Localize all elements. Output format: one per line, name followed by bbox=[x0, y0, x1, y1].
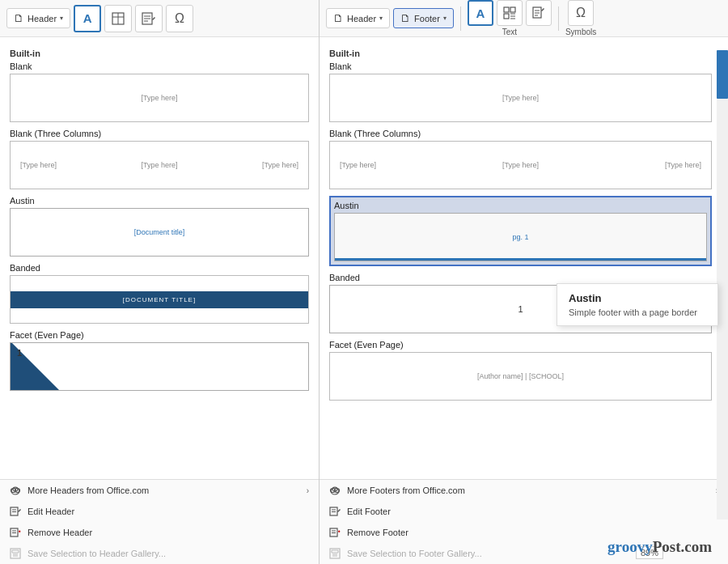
template-three-col-right[interactable]: Blank (Three Columns) [Type here] [Type … bbox=[329, 129, 712, 189]
quick-parts-icon bbox=[503, 6, 516, 19]
left-gallery[interactable]: Built-in Blank [Type here] Blank (Three … bbox=[0, 37, 319, 479]
left-toolbar: 🗋 Header ▾ A Ω bbox=[0, 0, 319, 37]
logo-groovy: groovy bbox=[607, 538, 653, 555]
facet-footer-placeholder: [Author name] | [SCHOOL] bbox=[477, 372, 564, 380]
three-col-p1-right: [Type here] bbox=[340, 161, 376, 169]
template-banded-left[interactable]: Banded [DOCUMENT TITLE] bbox=[10, 263, 309, 324]
edit-header-link[interactable]: Edit Header bbox=[0, 501, 319, 522]
remove-header-link[interactable]: Remove Header bbox=[0, 522, 319, 543]
svg-rect-19 bbox=[510, 7, 515, 12]
template-austin-left[interactable]: Austin [Document title] bbox=[10, 196, 309, 257]
three-col-p3-left: [Type here] bbox=[262, 161, 298, 169]
logo-post: Post.com bbox=[653, 538, 712, 555]
banded-footer-num: 1 bbox=[518, 304, 523, 314]
omega-right-button[interactable]: Ω bbox=[568, 0, 594, 26]
right-section-label: Built-in bbox=[329, 49, 712, 58]
template-three-col-name-right: Blank (Three Columns) bbox=[329, 129, 712, 138]
template-blank-name-right: Blank bbox=[329, 61, 712, 71]
scrollbar-thumb[interactable] bbox=[717, 50, 728, 99]
insert-table-button[interactable] bbox=[104, 5, 132, 32]
left-section-label: Built-in bbox=[10, 49, 309, 58]
omega-button[interactable]: Ω bbox=[166, 5, 193, 32]
left-panel: 🗋 Header ▾ A Ω Built-in bbox=[0, 0, 320, 564]
austin-footer-num: pg. 1 bbox=[512, 233, 528, 241]
right-panel: 🗋 Header ▾ 🗋 Footer ▾ A bbox=[320, 0, 728, 564]
right-quick-parts-button[interactable] bbox=[497, 0, 523, 26]
right-footer-button[interactable]: 🗋 Footer ▾ bbox=[393, 8, 454, 28]
cloud-icon bbox=[10, 485, 21, 496]
template-facet-right[interactable]: Facet (Even Page) [Author name] | [SCHOO… bbox=[329, 340, 712, 401]
more-footers-label: More Footers from Office.com bbox=[347, 486, 465, 495]
edit-footer-icon bbox=[329, 506, 341, 517]
toolbar-separator-1 bbox=[460, 6, 461, 31]
template-banded-name-left: Banded bbox=[10, 263, 309, 273]
header-button[interactable]: 🗋 Header ▾ bbox=[6, 8, 70, 28]
text-format-button[interactable]: A bbox=[74, 5, 101, 32]
right-header-btn-label: Header bbox=[347, 14, 376, 23]
template-banded-name-right: Banded bbox=[329, 273, 712, 282]
text-group: A Text bbox=[468, 0, 552, 36]
right-toolbar: 🗋 Header ▾ 🗋 Footer ▾ A bbox=[320, 0, 728, 37]
more-headers-link[interactable]: More Headers from Office.com › bbox=[0, 480, 319, 501]
header-dropdown-arrow: ▾ bbox=[60, 15, 63, 22]
remove-header-icon bbox=[10, 527, 21, 538]
symbols-label: Symbols bbox=[565, 28, 596, 36]
right-edit-doc-button[interactable] bbox=[526, 0, 552, 26]
save-selection-header-link: Save Selection to Header Gallery... bbox=[0, 543, 319, 564]
template-austin-name-left: Austin bbox=[10, 196, 309, 206]
table-icon bbox=[112, 12, 125, 25]
right-gallery[interactable]: Built-in Blank [Type here] Blank (Three … bbox=[320, 37, 728, 479]
edit-header-label: Edit Header bbox=[28, 507, 74, 516]
right-footer-dropdown-arrow: ▾ bbox=[443, 15, 447, 22]
remove-header-label: Remove Header bbox=[28, 528, 92, 537]
template-three-col-left[interactable]: Blank (Three Columns) [Type here] [Type … bbox=[10, 129, 309, 189]
template-austin-preview-left[interactable]: [Document title] bbox=[10, 208, 309, 257]
right-footer-btn-label: Footer bbox=[414, 14, 440, 23]
more-footers-link[interactable]: More Footers from Office.com › bbox=[320, 480, 728, 501]
header-button-label: Header bbox=[28, 14, 57, 23]
page-icon: 🗋 bbox=[14, 12, 24, 24]
template-facet-left[interactable]: Facet (Even Page) 1 bbox=[10, 330, 309, 391]
template-blank-left[interactable]: Blank [Type here] bbox=[10, 61, 309, 122]
facet-num-left: 1 bbox=[17, 348, 22, 358]
template-three-col-name-left: Blank (Three Columns) bbox=[10, 129, 309, 138]
template-blank-preview-right[interactable]: [Type here] bbox=[329, 74, 712, 122]
left-footer-links: More Headers from Office.com › Edit Head… bbox=[0, 479, 319, 564]
banded-band-left: [DOCUMENT TITLE] bbox=[11, 291, 308, 308]
right-footer-icon: 🗋 bbox=[400, 12, 411, 24]
edit-doc-icon bbox=[532, 6, 545, 19]
template-austin-preview-right[interactable]: pg. 1 bbox=[334, 213, 707, 261]
text-label: Text bbox=[502, 28, 517, 36]
template-blank-preview-left[interactable]: [Type here] bbox=[10, 74, 309, 122]
toolbar-separator-2 bbox=[558, 6, 559, 31]
svg-rect-18 bbox=[504, 7, 509, 12]
edit-icon bbox=[142, 11, 156, 26]
template-blank-right[interactable]: Blank [Type here] bbox=[329, 61, 712, 122]
three-col-p2-right: [Type here] bbox=[502, 161, 539, 169]
template-facet-preview-right[interactable]: [Author name] | [SCHOOL] bbox=[329, 352, 712, 401]
save-footer-icon bbox=[329, 548, 341, 559]
three-col-p2-left: [Type here] bbox=[141, 161, 177, 169]
blank-placeholder-right: [Type here] bbox=[502, 94, 539, 102]
template-three-col-preview-right[interactable]: [Type here] [Type here] [Type here] bbox=[329, 141, 712, 189]
remove-footer-label: Remove Footer bbox=[347, 528, 408, 537]
edit-button[interactable] bbox=[135, 5, 163, 32]
template-facet-name-left: Facet (Even Page) bbox=[10, 330, 309, 340]
save-selection-footer-label: Save Selection to Footer Gallery... bbox=[347, 549, 482, 558]
template-three-col-preview-left[interactable]: [Type here] [Type here] [Type here] bbox=[10, 141, 309, 189]
svg-rect-20 bbox=[504, 14, 509, 19]
edit-footer-link[interactable]: Edit Footer bbox=[320, 501, 728, 522]
tooltip-title: Austin bbox=[569, 292, 706, 304]
three-col-p1-left: [Type here] bbox=[20, 161, 57, 169]
tooltip-description: Simple footer with a page border bbox=[569, 307, 706, 317]
right-scrollbar[interactable] bbox=[717, 50, 728, 519]
groovypost-logo: groovyPost.com bbox=[607, 538, 712, 556]
template-banded-preview-left[interactable]: [DOCUMENT TITLE] bbox=[10, 275, 309, 324]
template-facet-preview-left[interactable]: 1 bbox=[10, 342, 309, 391]
austin-footer-line bbox=[335, 258, 706, 261]
right-text-format-button[interactable]: A bbox=[468, 0, 493, 26]
template-austin-right[interactable]: Austin pg. 1 bbox=[329, 196, 712, 266]
more-headers-arrow: › bbox=[307, 486, 309, 495]
right-header-button[interactable]: 🗋 Header ▾ bbox=[326, 8, 390, 28]
save-header-icon bbox=[10, 548, 21, 559]
